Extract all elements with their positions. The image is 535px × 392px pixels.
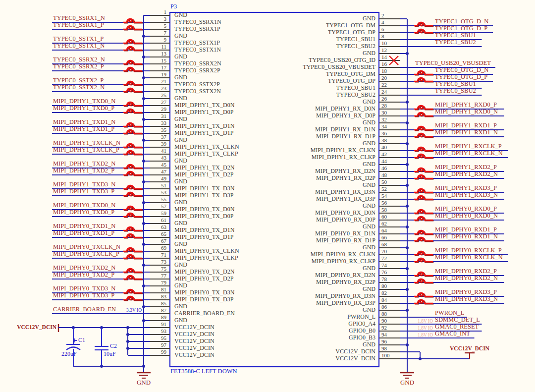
gnd-symbol-right-label[interactable]: GND	[395, 379, 420, 386]
power-net-label[interactable]: VCC12V_DCIN	[448, 345, 491, 352]
net-label[interactable]: TYPEC1_OTG_D_P	[435, 25, 487, 32]
net-label[interactable]: TYPEC0_SSTX2_P	[53, 77, 104, 84]
pin-name: TYPEC0_SSTX1P	[174, 40, 220, 46]
junction-dot	[406, 184, 409, 187]
net-label[interactable]: TYPEC0_SSRX1_P	[53, 22, 104, 29]
net-label[interactable]: GMAC0_INT	[435, 331, 470, 337]
net-label[interactable]: MIPI_DPHY0_RXD3_N	[435, 296, 498, 303]
net-label[interactable]: MIPI_DPHY0_TXD2_N	[53, 265, 115, 272]
pin-name: MIPI_DPHY1_TX_CLKP	[174, 151, 238, 157]
capacitor-ref[interactable]: C1	[78, 337, 85, 343]
net-label[interactable]: MIPI_DPHY1_RXD1_N	[435, 129, 498, 136]
pin-number: 2	[381, 12, 384, 18]
net-label[interactable]: MIPI_DPHY0_TXCLK_N	[53, 244, 120, 251]
junction-dot	[406, 205, 409, 208]
net-label[interactable]: MIPI_DPHY1_TXCLK_P	[53, 147, 119, 154]
net-label[interactable]: MIPI_DPHY1_RXD0_P	[435, 102, 497, 109]
net-label[interactable]: MIPI_DPHY0_TXD3_P	[53, 292, 114, 299]
pin-number: 68	[381, 241, 387, 247]
net-label[interactable]: MIPI_DPHY0_RXD3_P	[435, 289, 497, 296]
pin-number: 58	[381, 207, 387, 213]
part-label[interactable]: FET3588-C LEFT DOWN	[170, 368, 237, 375]
pin-name: GND	[174, 74, 187, 81]
pin-number: 28	[381, 103, 387, 109]
net-label[interactable]: MIPI_DPHY1_TXD2_P	[53, 168, 114, 174]
net-label[interactable]: TYPEC1_OTG_D_N	[435, 18, 488, 25]
net-label[interactable]: MIPI_DPHY1_RXD1_P	[435, 122, 497, 129]
pin-number: 13	[146, 51, 166, 56]
net-label[interactable]: TYPEC1_SBU1	[435, 32, 476, 39]
net-label[interactable]: MIPI_DPHY1_TXD3_P	[53, 188, 114, 195]
pin-number: 45	[146, 162, 166, 168]
pin-number: 23	[146, 85, 166, 91]
net-label[interactable]: MIPI_DPHY1_RXD3_P	[435, 185, 497, 192]
net-label[interactable]: SDMMC_DET_L	[435, 317, 480, 324]
net-label[interactable]: MIPI_DPHY0_RXCLK_N	[435, 254, 503, 261]
net-label[interactable]: MIPI_DPHY0_RXCLK_P	[435, 247, 502, 254]
capacitor-ref[interactable]: C2	[110, 343, 117, 349]
net-label[interactable]: TYPEC0_SBU1	[435, 81, 476, 88]
pin-number: 55	[146, 196, 166, 202]
pin-name: GND	[257, 286, 375, 292]
net-label[interactable]: MIPI_DPHY1_TXD0_P	[53, 105, 114, 112]
net-label[interactable]: TYPEC0_SSTX1_P	[53, 36, 104, 43]
net-label[interactable]: MIPI_DPHY1_RXD3_N	[435, 192, 498, 199]
net-label[interactable]: MIPI_DPHY1_TXD0_N	[53, 98, 115, 105]
net-label[interactable]: MIPI_DPHY1_RXD2_N	[435, 171, 498, 178]
net-label[interactable]: TYPEC0_SSRX2_P	[53, 63, 104, 70]
net-label[interactable]: TYPEC0_SSTX2_N	[53, 84, 105, 91]
net-label[interactable]: TYPEC0_USB20_VBUSDET	[415, 60, 491, 67]
net-label[interactable]: MIPI_DPHY0_RXD1_P	[435, 226, 497, 233]
power-net-label[interactable]: VCC12V_DCIN	[14, 324, 56, 331]
net-label[interactable]: MIPI_DPHY1_TXD3_N	[53, 181, 115, 188]
net-label[interactable]: TYPEC1_SBU2	[435, 39, 476, 46]
pin-name: MIPI_DPHY0_RX_D0P	[257, 217, 375, 223]
pin-number: 3	[146, 16, 166, 22]
net-label[interactable]: MIPI_DPHY1_TXD2_N	[53, 161, 115, 168]
pin-name: TYPEC0_SSRX1N	[174, 19, 221, 25]
net-label[interactable]: TYPEC0_OTG_D_N	[435, 67, 488, 74]
net-label[interactable]: MIPI_DPHY1_RXCLK_N	[435, 150, 503, 157]
gnd-symbol-left-label[interactable]: GND	[131, 379, 156, 386]
net-label[interactable]: MIPI_DPHY1_TXCLK_N	[53, 140, 120, 147]
pin-name: MIPI_DPHY1_RX_D3P	[257, 196, 375, 202]
pin-number: 65	[146, 231, 166, 237]
net-label[interactable]: MIPI_DPHY0_TXD3_N	[53, 285, 115, 292]
pin-name: MIPI_DPHY1_RX_D1N	[257, 126, 375, 133]
pin-number: 72	[381, 255, 387, 261]
net-label[interactable]: TYPEC0_SSTX1_N	[53, 43, 105, 50]
net-label[interactable]: MIPI_DPHY0_TXD2_P	[53, 272, 114, 279]
net-label[interactable]: MIPI_DPHY1_RXD0_N	[435, 109, 498, 115]
net-label[interactable]: MIPI_DPHY1_TXD1_N	[53, 119, 115, 126]
pin-name: MIPI_DPHY0_RX_D0N	[257, 210, 375, 216]
net-label[interactable]: MIPI_DPHY0_RXD1_N	[435, 233, 498, 240]
pin-number: 33	[146, 120, 166, 126]
pin-number: 38	[381, 137, 387, 143]
pin-name: GND	[174, 317, 187, 324]
junction-dot	[142, 56, 145, 58]
refdes-label[interactable]: P3	[170, 3, 177, 10]
net-label[interactable]: MIPI_DPHY0_RXD0_P	[435, 206, 497, 213]
pin-name: MIPI_DPHY0_TX_D1N	[174, 227, 234, 233]
net-label[interactable]: MIPI_DPHY0_TXD1_P	[53, 230, 114, 237]
net-label[interactable]: MIPI_DPHY0_RXD0_N	[435, 213, 498, 220]
net-label[interactable]: MIPI_DPHY1_TXD1_P	[53, 126, 114, 133]
net-label[interactable]: MIPI_DPHY1_RXD2_P	[435, 164, 497, 171]
net-label[interactable]: MIPI_DPHY0_RXD2_P	[435, 268, 497, 275]
net-label[interactable]: TYPEC0_SSRX2_N	[53, 56, 105, 63]
net-label[interactable]: MIPI_DPHY0_TXD0_N	[53, 202, 115, 209]
net-label[interactable]: GMAC0_RESET	[435, 324, 479, 331]
net-label[interactable]: MIPI_DPHY0_TXD1_N	[53, 223, 115, 230]
net-label[interactable]: CARRIER_BOARD_EN	[53, 306, 116, 313]
junction-dot	[126, 347, 129, 350]
net-label[interactable]: TYPEC0_OTG_D_P	[435, 74, 487, 81]
net-label[interactable]: PWRON_L	[435, 310, 464, 317]
net-label[interactable]: MIPI_DPHY0_TXCLK_P	[53, 251, 119, 258]
net-label[interactable]: TYPEC0_SSRX1_N	[53, 15, 105, 22]
net-label[interactable]: MIPI_DPHY0_TXD0_P	[53, 209, 114, 216]
net-label[interactable]: MIPI_DPHY0_RXD2_N	[435, 275, 498, 282]
net-label[interactable]: TYPEC0_SBU2	[435, 88, 476, 95]
pin-name: MIPI_DPHY0_RX_D2P	[257, 279, 375, 285]
net-label[interactable]: MIPI_DPHY1_RXCLK_P	[435, 143, 502, 150]
junction-dot	[142, 264, 145, 267]
